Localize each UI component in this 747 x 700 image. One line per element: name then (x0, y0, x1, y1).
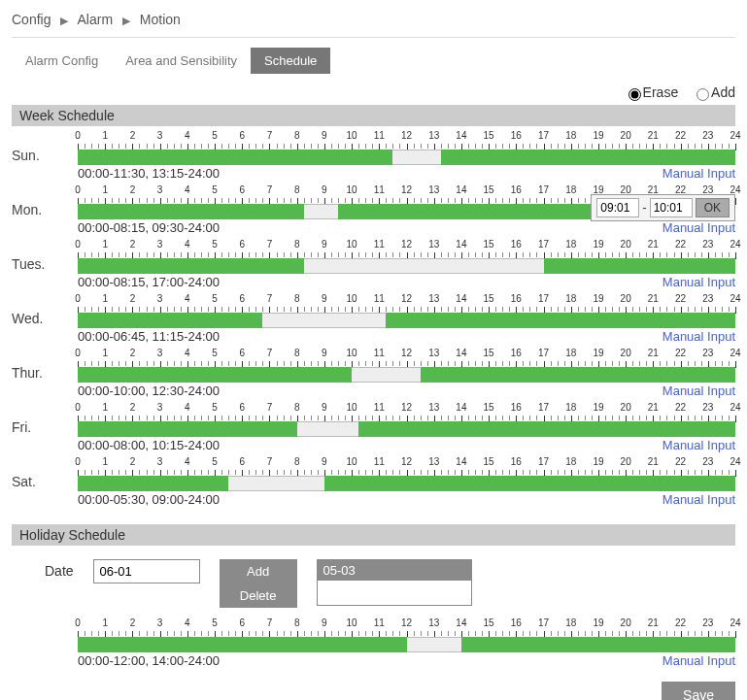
breadcrumb: Config ▶ Alarm ▶ Motion (12, 8, 735, 38)
manual-input-link[interactable]: Manual Input (662, 492, 735, 507)
day-label: Sat. (12, 456, 78, 489)
schedule-bar-6[interactable] (78, 476, 735, 491)
tab-area-sensibility[interactable]: Area and Sensibility (112, 48, 251, 74)
radio-add[interactable] (696, 88, 709, 101)
tab-alarm-config[interactable]: Alarm Config (12, 48, 112, 74)
crumb-alarm[interactable]: Alarm (77, 12, 113, 27)
day-label: Mon. (12, 184, 78, 217)
holiday-add-button[interactable]: Add (220, 559, 297, 583)
manual-ok-button[interactable]: OK (696, 198, 730, 217)
day-row-0: Sun. 01234567891011121314151617181920212… (12, 130, 735, 181)
ruler: 0123456789101112131415161718192021222324 (78, 617, 735, 631)
day-label: Thur. (12, 348, 78, 381)
ruler: 0123456789101112131415161718192021222324 (78, 130, 735, 144)
schedule-ranges: 00:00-05:30, 09:00-24:00 (78, 492, 220, 507)
schedule-bar-holiday[interactable] (78, 637, 735, 652)
day-row-4: Thur. 0123456789101112131415161718192021… (12, 348, 735, 398)
day-label: Fri. (12, 402, 78, 435)
manual-input-link[interactable]: Manual Input (662, 220, 735, 235)
holiday-controls: Date Add Delete 05-03 (12, 559, 735, 608)
manual-to-input[interactable] (650, 198, 693, 217)
manual-input-popup: - OK (591, 194, 735, 221)
day-label: Tues. (12, 239, 78, 272)
week-schedule-header: Week Schedule (12, 105, 735, 126)
day-row-3: Wed. 01234567891011121314151617181920212… (12, 293, 735, 344)
schedule-ranges: 00:00-06:45, 11:15-24:00 (78, 329, 220, 344)
mode-row: Erase Add (12, 83, 735, 101)
manual-input-link[interactable]: Manual Input (662, 438, 735, 452)
crumb-motion: Motion (140, 12, 181, 27)
chevron-right-icon: ▶ (60, 15, 68, 26)
day-label: Sun. (12, 130, 78, 163)
schedule-ranges: 00:00-08:15, 09:30-24:00 (78, 220, 220, 235)
day-row-5: Fri. 01234567891011121314151617181920212… (12, 402, 735, 452)
ruler: 0123456789101112131415161718192021222324 (78, 348, 735, 361)
manual-input-link[interactable]: Manual Input (662, 329, 735, 344)
schedule-ranges: 00:00-12:00, 14:00-24:00 (78, 653, 220, 668)
schedule-bar-2[interactable] (78, 258, 735, 274)
schedule-ranges: 00:00-10:00, 12:30-24:00 (78, 383, 220, 398)
ruler: 0123456789101112131415161718192021222324 (78, 402, 735, 416)
save-button[interactable]: Save (662, 682, 735, 700)
schedule-bar-4[interactable] (78, 367, 735, 383)
tab-schedule[interactable]: Schedule (251, 48, 330, 74)
date-input[interactable] (93, 559, 200, 583)
manual-input-link[interactable]: Manual Input (662, 653, 735, 668)
ruler: 0123456789101112131415161718192021222324 (78, 239, 735, 252)
holiday-schedule-header: Holiday Schedule (12, 524, 735, 546)
schedule-bar-0[interactable] (78, 150, 735, 165)
schedule-ranges: 00:00-08:15, 17:00-24:00 (78, 275, 220, 289)
day-label: Wed. (12, 293, 78, 326)
radio-erase[interactable] (628, 88, 641, 101)
tabs: Alarm Config Area and Sensibility Schedu… (12, 48, 735, 74)
day-row-1: Mon. - OK 012345678910111213141516171819… (12, 184, 735, 235)
date-label: Date (45, 559, 74, 579)
schedule-ranges: 00:00-08:00, 10:15-24:00 (78, 438, 220, 452)
schedule-ranges: 00:00-11:30, 13:15-24:00 (78, 166, 220, 181)
schedule-bar-3[interactable] (78, 313, 735, 328)
chevron-right-icon: ▶ (122, 15, 130, 26)
manual-input-link[interactable]: Manual Input (662, 275, 735, 289)
day-row-6: Sat. 01234567891011121314151617181920212… (12, 456, 735, 507)
holiday-date-list[interactable]: 05-03 (317, 559, 472, 606)
manual-input-link[interactable]: Manual Input (662, 383, 735, 398)
mode-erase[interactable]: Erase (624, 84, 679, 100)
ruler: 0123456789101112131415161718192021222324 (78, 456, 735, 470)
ruler: 0123456789101112131415161718192021222324 (78, 293, 735, 307)
day-row-2: Tues. 0123456789101112131415161718192021… (12, 239, 735, 289)
schedule-bar-5[interactable] (78, 421, 735, 437)
crumb-config[interactable]: Config (12, 12, 51, 27)
manual-input-link[interactable]: Manual Input (662, 166, 735, 181)
manual-from-input[interactable] (596, 198, 639, 217)
mode-add[interactable]: Add (692, 84, 735, 100)
holiday-delete-button[interactable]: Delete (220, 583, 297, 608)
holiday-date-item[interactable]: 05-03 (318, 560, 471, 581)
